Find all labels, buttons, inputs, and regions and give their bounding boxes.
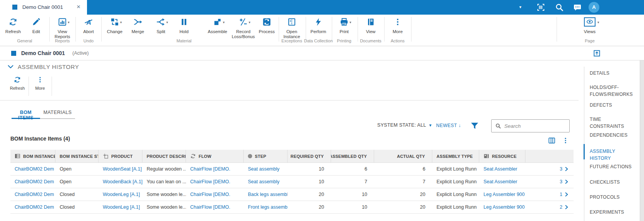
detail-count-link[interactable]: 3 [560,166,562,172]
required-qty-cell: 10 [319,166,324,172]
chevron-right-icon[interactable] [564,205,569,209]
resource-link[interactable]: Leg Assembler 900 [483,204,525,210]
column-settings-icon[interactable] [548,137,556,144]
required-qty-cell: 20 [319,204,324,210]
search-input[interactable] [504,123,566,129]
bom-instance-link[interactable]: ChairBOM02 Dem [15,192,54,197]
page-tab[interactable]: Demo Chair 0001 × [0,0,87,15]
assemble-button[interactable]: ▾ Assemble [203,17,232,34]
detail-count-link[interactable]: 1 [560,192,562,197]
view-reports-button[interactable]: ▾ View Reports [48,17,77,39]
perform-button[interactable]: Perform [304,17,333,34]
table-header-row: BOM INSTANCE BOM INSTANCE STA... PRODUCT… [10,150,574,163]
resource-link[interactable]: Leg Assembler 900 [483,192,525,197]
ribbon-divider [557,17,557,42]
header-bom-instance[interactable]: BOM INSTANCE [10,150,55,162]
sidebar-item-details[interactable]: DETAILS [590,70,637,77]
header-required-qty[interactable]: REQUIRED QTY [288,150,331,162]
hold-button[interactable]: Hold [169,17,199,34]
table-row[interactable]: ChairBOM02 Dem Closed WoodenLeg [A.1] So… [10,201,574,214]
record-title: Demo Chair 0001 [21,50,65,56]
tab-close-icon[interactable]: × [75,3,82,11]
header-step[interactable]: STEP [244,150,288,162]
chat-icon[interactable] [573,3,582,12]
ribbon-group-label: Page [567,39,613,43]
detail-count-link[interactable]: 2 [560,204,562,210]
sidebar-item-time-constraints[interactable]: TIME CONSTRAINTS [590,116,637,130]
bom-instance-link[interactable]: ChairBOM02 Dem [15,204,54,210]
refresh-icon [8,17,18,27]
assembly-type-cell: Explicit Long Runn [437,179,477,184]
views-button[interactable]: ▾ Views [575,17,604,34]
chevron-down-icon[interactable] [7,63,14,70]
active-section-indicator [584,144,585,159]
view-documents-button[interactable]: View [356,17,385,34]
sidebar-item-protocols[interactable]: PROTOCOLS [590,194,637,201]
flow-link[interactable]: ChairFlow [DEMO. [190,192,230,197]
filter-funnel-icon[interactable] [470,122,479,130]
edit-button[interactable]: Edit [22,17,51,34]
chevron-right-icon[interactable] [564,192,569,197]
product-link[interactable]: WoodenLeg [A.1] [103,204,140,210]
sidebar-item-assembly-history[interactable]: ASSEMBLY HISTORY [590,148,637,162]
vertical-scrollbar[interactable] [640,60,644,221]
table-more-icon[interactable] [562,136,569,145]
print-button[interactable]: ▾ Print [330,17,359,34]
order-square-icon [12,5,17,10]
barcode-scan-icon[interactable] [536,3,545,12]
step-link[interactable]: Front legs assemb [248,204,288,210]
section-refresh-button[interactable]: Refresh [8,76,27,90]
table-row[interactable]: ChairBOM02 Dem Closed WoodenLeg [A.1] So… [10,188,574,201]
sidebar-item-dependencies[interactable]: DEPENDENCIES [590,132,637,139]
table-row[interactable]: ChairBOM02 Dem Open WoodenSeat [A.1] Reg… [10,163,574,176]
tab-materials[interactable]: MATERIALS [40,108,75,119]
sidebar-item-defects[interactable]: DEFECTS [590,102,637,109]
sidebar-item-future-actions[interactable]: FUTURE ACTIONS [590,163,637,170]
more-actions-button[interactable]: More [383,17,412,34]
header-assembled-qty[interactable]: ASSEMBLED QTY [331,150,374,162]
tab-bom-items[interactable]: BOM ITEMS [12,108,40,119]
pop-out-icon[interactable] [593,50,601,57]
sort-newest-control[interactable]: NEWEST ↓ [436,123,461,128]
flow-link[interactable]: ChairFlow [DEMO. [190,204,230,210]
section-header[interactable]: ASSEMBLY HISTORY [7,63,79,70]
header-resource[interactable]: RESOURCE [479,150,525,162]
flow-link[interactable]: ChairFlow [DEMO. [190,166,230,172]
header-bom-instance-state[interactable]: BOM INSTANCE STA... [55,150,99,162]
system-state-filter[interactable]: SYSTEM STATE: ALL▼ [377,122,432,128]
chevron-right-icon[interactable] [564,179,569,184]
bom-instance-link[interactable]: ChairBOM02 Dem [15,166,54,172]
step-link[interactable]: Seat assembly [248,166,279,172]
header-actual-qty[interactable]: ACTUAL QTY [374,150,432,162]
state-cell: Open [60,179,72,184]
chevron-right-icon[interactable] [564,167,569,171]
resource-link[interactable]: Seat Assembler [483,166,517,172]
resource-machine-icon [483,153,489,159]
resource-link[interactable]: Seat Assembler [483,179,517,184]
sidebar-item-experiments[interactable]: EXPERIMENTS [590,209,637,216]
product-link[interactable]: WoodenBack [A.1] [103,179,142,184]
dropdown-caret-icon: ▾ [223,20,225,24]
user-avatar[interactable]: A [589,2,599,13]
header-product[interactable]: PRODUCT [99,150,142,162]
detail-count-link[interactable]: 3 [560,179,562,184]
abort-button[interactable]: Abort [74,17,103,34]
global-search-icon[interactable] [555,3,564,12]
sidebar-item-checklists[interactable]: CHECKLISTS [590,179,637,186]
product-link[interactable]: WoodenLeg [A.1] [103,192,140,197]
header-product-description[interactable]: PRODUCT DESCRIP... [142,150,186,162]
flow-link[interactable]: ChairFlow [DEMO. [190,179,230,184]
sidebar-item-holds[interactable]: HOLDS/OFF-FLOWS/REWORKS [590,84,637,98]
product-link[interactable]: WoodenSeat [A.1] [103,166,142,172]
bom-instance-link[interactable]: ChairBOM02 Dem [15,179,54,184]
search-box[interactable] [491,119,570,132]
open-instance-button[interactable]: Open Instance [277,17,306,39]
header-flow[interactable]: FLOW [186,150,244,162]
step-link[interactable]: Back legs assembl [248,192,288,197]
topbar-dropdown-caret-icon[interactable]: ▾ [519,5,522,10]
abort-icon [84,17,93,27]
section-more-button[interactable]: More [30,76,50,90]
header-assembly-type[interactable]: ASSEMBLY TYPE [432,150,479,162]
step-link[interactable]: Seat assembly [248,179,279,184]
table-row[interactable]: ChairBOM02 Dem Open WoodenBack [A.1] You… [10,176,574,188]
